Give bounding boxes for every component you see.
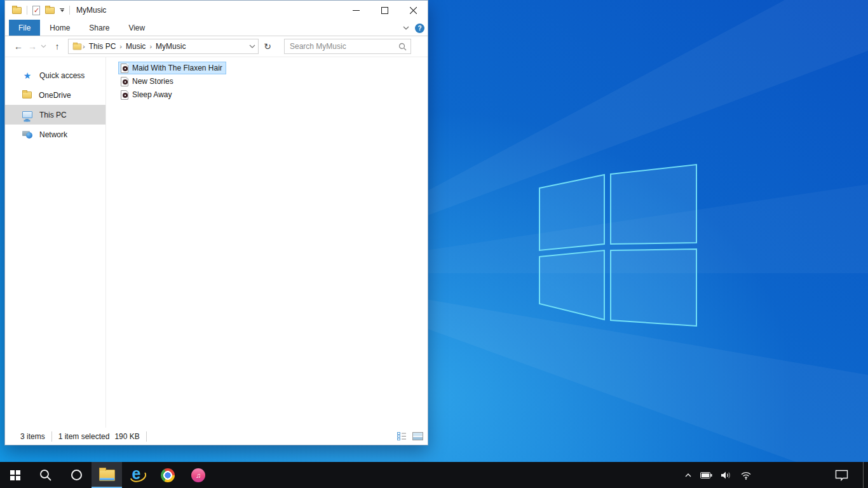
sidebar: ★ Quick access OneDrive This PC Network	[5, 57, 106, 428]
ribbon-tab-row: File Home Share View ?	[5, 20, 428, 36]
start-button[interactable]	[0, 462, 31, 488]
minimize-button[interactable]	[342, 1, 370, 20]
show-desktop-button[interactable]	[863, 462, 868, 488]
network-status[interactable]	[740, 471, 752, 480]
internet-explorer-icon: e	[129, 466, 146, 484]
thumbnail-view-icon	[412, 432, 423, 440]
sidebar-item-label: OneDrive	[39, 91, 71, 100]
window-body: ★ Quick access OneDrive This PC Network …	[5, 57, 428, 428]
sidebar-item-label: Quick access	[39, 71, 85, 80]
battery-icon	[700, 472, 712, 478]
breadcrumb-music[interactable]: Music	[123, 42, 149, 51]
address-folder-icon[interactable]	[73, 43, 82, 50]
taskbar: e ♫	[0, 462, 868, 488]
cortana-icon	[71, 470, 82, 480]
address-bar[interactable]: › This PC › Music › MyMusic	[68, 39, 259, 54]
separator	[51, 431, 52, 442]
tab-file[interactable]: File	[9, 20, 40, 36]
sidebar-item-label: This PC	[39, 111, 67, 119]
maximize-icon	[381, 7, 388, 14]
audio-file-icon	[121, 77, 128, 86]
network-icon	[22, 131, 32, 139]
cortana-button[interactable]	[61, 462, 92, 488]
address-dropdown-chevron-icon[interactable]	[249, 44, 255, 48]
back-button[interactable]: ←	[11, 41, 25, 51]
file-list[interactable]: Maid With The Flaxen Hair New Stories Sl…	[106, 57, 428, 428]
breadcrumb-mymusic[interactable]: MyMusic	[153, 42, 189, 51]
close-button[interactable]	[399, 1, 428, 20]
forward-button[interactable]: →	[25, 41, 39, 51]
breadcrumb-this-pc[interactable]: This PC	[86, 42, 119, 51]
show-hidden-icons-chevron[interactable]	[684, 473, 692, 478]
this-pc-monitor-icon	[22, 111, 32, 118]
sidebar-item-network[interactable]: Network	[5, 125, 105, 144]
search-box[interactable]	[284, 39, 411, 54]
status-bar: 3 items 1 item selected 190 KB	[5, 428, 428, 445]
onedrive-folder-icon	[22, 92, 32, 98]
tab-share[interactable]: Share	[79, 20, 119, 36]
maximize-button[interactable]	[370, 1, 399, 20]
up-button[interactable]: ↑	[50, 41, 64, 51]
window-folder-icon	[12, 7, 22, 14]
sidebar-item-quick-access[interactable]: ★ Quick access	[5, 65, 105, 85]
taskbar-itunes-button[interactable]: ♫	[183, 462, 214, 488]
file-row-maid-with-the-flaxen-hair[interactable]: Maid With The Flaxen Hair	[118, 62, 226, 74]
thumbnail-view-button[interactable]	[411, 430, 424, 442]
sidebar-item-label: Network	[39, 130, 67, 139]
details-view-button[interactable]	[395, 430, 408, 442]
caption-buttons	[342, 1, 428, 20]
file-explorer-icon	[99, 470, 115, 481]
battery-status[interactable]	[700, 472, 712, 478]
separator	[146, 431, 147, 442]
file-explorer-window: ✓ MyMusic File Home Share View	[4, 0, 428, 445]
refresh-button[interactable]: ↻	[260, 41, 275, 51]
audio-file-icon	[121, 64, 128, 73]
tab-view[interactable]: View	[119, 20, 154, 36]
quick-access-star-icon: ★	[22, 71, 32, 80]
tab-home[interactable]: Home	[40, 20, 79, 36]
taskbar-internet-explorer-button[interactable]: e	[122, 462, 153, 488]
details-view-icon	[397, 432, 407, 440]
navigation-bar: ← → ↑ › This PC › Music › MyMusic ↻	[5, 36, 428, 57]
check-icon: ✓	[34, 6, 39, 15]
itunes-icon: ♫	[191, 468, 205, 482]
search-input[interactable]	[290, 42, 398, 51]
system-tray	[684, 462, 868, 488]
taskbar-chrome-button[interactable]	[153, 462, 183, 488]
action-center-button[interactable]	[835, 470, 848, 481]
close-icon	[410, 7, 417, 14]
file-name: Sleep Away	[132, 90, 172, 99]
file-row-new-stories[interactable]: New Stories	[118, 75, 177, 88]
search-icon	[39, 469, 52, 482]
quick-access-toolbar: ✓ MyMusic	[5, 6, 106, 15]
help-icon[interactable]: ?	[415, 24, 424, 33]
items-count: 3 items	[20, 432, 45, 441]
sidebar-item-this-pc[interactable]: This PC	[5, 105, 105, 125]
windows-logo-icon	[10, 470, 20, 480]
search-icon	[398, 43, 407, 51]
file-name: New Stories	[132, 77, 173, 86]
sidebar-item-onedrive[interactable]: OneDrive	[5, 85, 105, 105]
chevron-up-icon	[684, 473, 692, 478]
selected-count: 1 item selected	[58, 432, 110, 441]
music-note-icon: ♫	[196, 471, 201, 479]
audio-file-icon	[121, 90, 128, 100]
file-row-sleep-away[interactable]: Sleep Away	[118, 88, 176, 101]
titlebar[interactable]: ✓ MyMusic	[5, 1, 428, 20]
volume-status[interactable]	[721, 471, 732, 480]
taskbar-file-explorer-button[interactable]	[92, 462, 122, 488]
recent-locations-chevron-icon[interactable]	[41, 44, 46, 48]
expand-ribbon-chevron-icon[interactable]	[403, 26, 409, 30]
speaker-icon	[721, 471, 732, 480]
new-folder-icon[interactable]	[45, 7, 55, 14]
separator	[27, 6, 27, 15]
minimize-icon	[353, 7, 360, 14]
selected-size: 190 KB	[114, 432, 139, 441]
wifi-icon	[740, 471, 752, 480]
file-name: Maid With The Flaxen Hair	[132, 64, 222, 72]
customize-qat-dropdown-icon[interactable]	[60, 8, 64, 12]
action-center-icon	[835, 470, 848, 481]
chrome-icon	[161, 468, 175, 482]
properties-icon[interactable]: ✓	[32, 6, 40, 15]
taskbar-search-button[interactable]	[31, 462, 61, 488]
